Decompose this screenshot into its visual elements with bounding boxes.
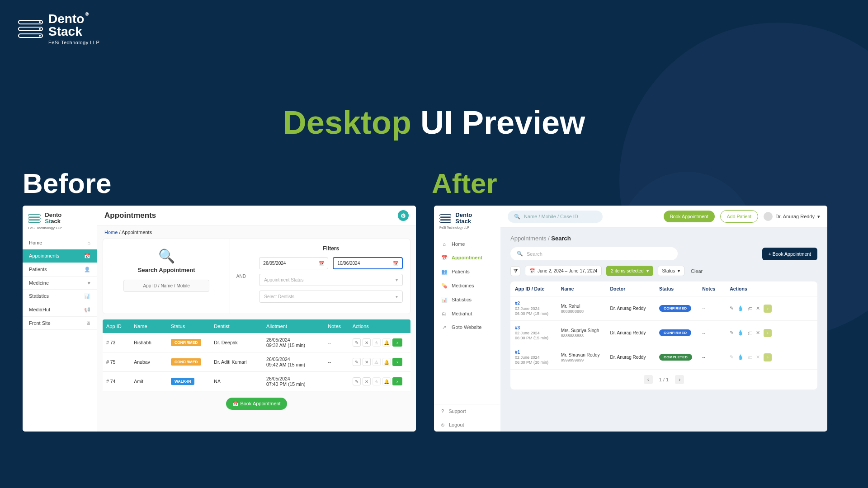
nav-label: Logout [449, 422, 464, 427]
sidebar-item-home[interactable]: ⌂Home [434, 237, 500, 251]
bell-icon[interactable]: 🔔 [382, 338, 391, 347]
pagination: ‹ 1 / 1 › [510, 370, 817, 389]
edit-icon[interactable]: ✎ [353, 377, 361, 385]
nav-label: Goto Website [452, 324, 481, 330]
filters-panel: Filters 26/05/2024📅 10/06/2024📅 Appointm… [252, 239, 410, 314]
edit-icon[interactable]: ✎ [353, 338, 361, 347]
topbar: 🔍 Name / Mobile / Case ID Book Appointme… [500, 206, 827, 228]
sidebar-item-appointment[interactable]: 📅Appointment [434, 251, 500, 265]
warning-icon[interactable]: ⚠ [373, 358, 381, 366]
date-from-input[interactable]: 26/05/2024📅 [259, 257, 328, 269]
edit-icon[interactable]: ✎ [730, 330, 734, 336]
sidebar-item-mediahut[interactable]: MediaHut📢 [23, 303, 97, 317]
sidebar-item-medicines[interactable]: 💊Medicines [434, 279, 500, 293]
nav-item-icon: 👥 [441, 269, 447, 275]
status-filter[interactable]: Status▾ [658, 266, 684, 276]
sidebar-item-logout[interactable]: ⎋Logout [434, 418, 500, 432]
nav-label: Front Site [29, 320, 51, 326]
close-icon[interactable]: ✕ [756, 330, 760, 336]
status-select[interactable]: Appointment Status▾ [259, 274, 403, 286]
cell-allotment: 26/05/202409:32 AM (15 min) [263, 333, 324, 352]
search-input[interactable] [123, 280, 210, 292]
cell-status: WALK-IN [167, 374, 210, 389]
go-icon[interactable]: › [392, 377, 402, 385]
sidebar-item-medicine[interactable]: Medicine♥ [23, 277, 97, 290]
search-icon: 🔍 [517, 251, 523, 257]
book-appointment-button[interactable]: + Book Appointment [762, 248, 817, 260]
cell-status: CONFIRMED [167, 335, 210, 350]
user-menu[interactable]: Dr. Anurag Reddy ▾ [764, 212, 820, 221]
after-sidebar: DentoStack FeSi Technology LLP ⌂Home📅App… [434, 206, 500, 432]
bell-icon[interactable]: 🔔 [382, 358, 391, 366]
sidebar-item-appointments[interactable]: Appointments📅 [23, 249, 97, 263]
drop-icon[interactable]: 💧 [737, 354, 744, 360]
prev-page-button[interactable]: ‹ [644, 375, 653, 384]
close-icon[interactable]: ✕ [363, 358, 371, 366]
selection-filter[interactable]: 2 items selected▾ [606, 266, 653, 276]
sidebar-item-support[interactable]: ?Support [434, 404, 500, 418]
sidebar-item-patients[interactable]: 👥Patients [434, 265, 500, 279]
edit-icon[interactable]: ✎ [730, 305, 734, 311]
sidebar-item-statistics[interactable]: Statistics📊 [23, 290, 97, 303]
table-row: #102 June 202406:30 PM (30 min)Mr. Shrav… [510, 345, 817, 370]
nav-label: Patients [452, 269, 470, 274]
cell-status: CONFIRMED [655, 300, 698, 316]
tag-icon[interactable]: 🏷 [747, 355, 752, 360]
date-to-input[interactable]: 10/06/2024📅 [333, 257, 403, 269]
close-icon[interactable]: ✕ [363, 338, 371, 347]
next-page-button[interactable]: › [675, 375, 684, 384]
go-icon[interactable]: › [392, 338, 402, 347]
before-screenshot: DentoStack FeSi Technology LLP Home⌂Appo… [23, 206, 416, 432]
bell-icon[interactable]: 🔔 [382, 377, 391, 385]
close-icon[interactable]: ✕ [363, 377, 371, 385]
go-icon[interactable]: › [764, 353, 772, 361]
search-input[interactable]: 🔍 Search [510, 247, 678, 260]
and-separator: AND [230, 239, 252, 314]
go-icon[interactable]: › [764, 329, 772, 337]
nav-label: Medicines [452, 283, 474, 288]
sidebar-item-patients[interactable]: Patients👤 [23, 263, 97, 277]
drop-icon[interactable]: 💧 [737, 305, 744, 311]
nav-label: Home [29, 240, 42, 245]
close-icon[interactable]: ✕ [756, 305, 760, 311]
book-appointment-button[interactable]: Book Appointment [664, 211, 715, 222]
clear-filters-button[interactable]: Clear [691, 268, 703, 274]
nav-item-icon: 🖥 [85, 320, 90, 326]
nav-label: Medicine [29, 280, 49, 286]
cell-notes: -- [324, 336, 349, 349]
daterange-filter[interactable]: 📅June 2, 2024 – June 17, 2024 [525, 266, 602, 276]
add-patient-button[interactable]: Add Patient [720, 210, 758, 223]
book-appointment-button[interactable]: 📅 Book Appointment [226, 398, 287, 410]
crumb-home[interactable]: Home [104, 230, 118, 235]
sidebar-item-front-site[interactable]: Front Site🖥 [23, 317, 97, 330]
cell-name: Rishabh [130, 336, 167, 349]
warning-icon[interactable]: ⚠ [373, 338, 381, 347]
close-icon[interactable]: ✕ [756, 354, 760, 360]
page-title: Desktop UI Preview [283, 104, 585, 141]
dentist-select[interactable]: Select Dentists▾ [259, 291, 403, 303]
nav-label: Mediahut [452, 311, 472, 316]
search-placeholder: Name / Mobile / Case ID [524, 214, 578, 219]
go-icon[interactable]: › [764, 305, 772, 313]
brand-logo: Dento® Stack FeSi Technology LLP [18, 13, 99, 45]
edit-icon[interactable]: ✎ [730, 354, 734, 360]
sidebar-item-statistics[interactable]: 📊Statistics [434, 293, 500, 307]
global-search-input[interactable]: 🔍 Name / Mobile / Case ID [508, 211, 603, 223]
warning-icon[interactable]: ⚠ [373, 377, 381, 385]
table-row: # 73RishabhCONFIRMEDDr. Deepak26/05/2024… [103, 333, 410, 352]
tag-icon[interactable]: 🏷 [747, 330, 752, 336]
nav-label: Statistics [452, 297, 472, 302]
search-appointment-panel: 🔍 Search Appointment [103, 239, 230, 314]
tag-icon[interactable]: 🏷 [747, 306, 752, 311]
edit-icon[interactable]: ✎ [353, 358, 361, 366]
sidebar-item-mediahut[interactable]: 🗂Mediahut [434, 307, 500, 320]
filter-icon[interactable]: ⧩ [510, 266, 520, 276]
cell-appid: # 73 [103, 336, 130, 349]
sidebar-item-home[interactable]: Home⌂ [23, 236, 97, 249]
cell-name: Mrs. Supriya Singh8888888888 [557, 324, 606, 343]
chevron-down-icon: ▾ [396, 277, 398, 282]
sidebar-item-goto-website[interactable]: ↗Goto Website [434, 320, 500, 334]
drop-icon[interactable]: 💧 [737, 330, 744, 336]
go-icon[interactable]: › [392, 358, 402, 366]
gear-icon[interactable]: ⚙ [398, 210, 409, 221]
